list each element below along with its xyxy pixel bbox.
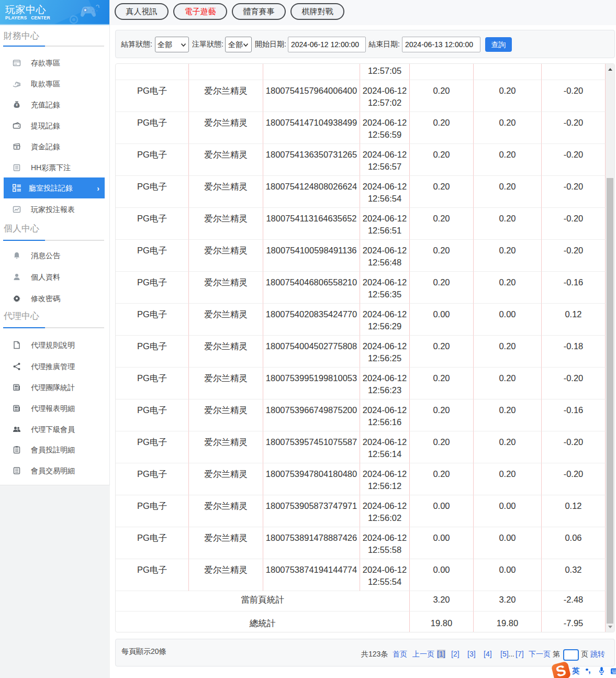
svg-text:¥: ¥ — [16, 103, 18, 107]
svg-text:¥: ¥ — [16, 146, 18, 149]
